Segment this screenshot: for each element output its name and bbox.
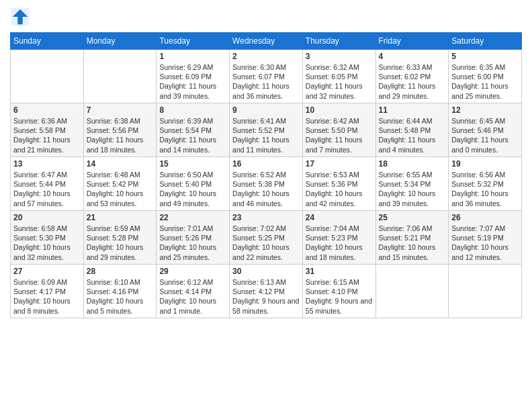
day-number: 10 (306, 105, 373, 115)
logo (10, 7, 33, 27)
day-number: 20 (13, 213, 81, 222)
day-cell: 27Sunrise: 6:09 AM Sunset: 4:17 PM Dayli… (11, 265, 84, 318)
day-cell: 7Sunrise: 6:38 AM Sunset: 5:56 PM Daylig… (83, 103, 157, 157)
day-number: 19 (451, 159, 519, 169)
week-row-2: 6Sunrise: 6:36 AM Sunset: 5:58 PM Daylig… (11, 103, 522, 157)
logo-icon (10, 7, 30, 27)
day-cell: 13Sunrise: 6:47 AM Sunset: 5:44 PM Dayli… (11, 157, 84, 211)
day-number: 2 (232, 52, 300, 61)
weekday-header-row: SundayMondayTuesdayWednesdayThursdayFrid… (11, 33, 522, 50)
day-cell (83, 50, 157, 103)
day-cell: 24Sunrise: 7:04 AM Sunset: 5:23 PM Dayli… (302, 211, 375, 265)
day-cell: 28Sunrise: 6:10 AM Sunset: 4:16 PM Dayli… (83, 265, 157, 318)
day-info: Sunrise: 6:59 AM Sunset: 5:28 PM Dayligh… (87, 224, 154, 262)
day-info: Sunrise: 6:38 AM Sunset: 5:56 PM Dayligh… (87, 116, 154, 154)
header (10, 7, 522, 27)
day-info: Sunrise: 6:41 AM Sunset: 5:52 PM Dayligh… (232, 116, 300, 154)
day-number: 5 (451, 52, 519, 61)
week-row-3: 13Sunrise: 6:47 AM Sunset: 5:44 PM Dayli… (11, 157, 522, 211)
day-number: 21 (87, 213, 154, 222)
day-info: Sunrise: 6:30 AM Sunset: 6:07 PM Dayligh… (232, 62, 300, 101)
day-number: 9 (232, 105, 300, 115)
day-cell: 30Sunrise: 6:13 AM Sunset: 4:12 PM Dayli… (230, 265, 303, 318)
day-cell (449, 265, 522, 318)
day-cell: 16Sunrise: 6:52 AM Sunset: 5:38 PM Dayli… (230, 157, 303, 211)
week-row-5: 27Sunrise: 6:09 AM Sunset: 4:17 PM Dayli… (11, 265, 522, 318)
day-cell: 29Sunrise: 6:12 AM Sunset: 4:14 PM Dayli… (157, 265, 230, 318)
day-number: 17 (306, 159, 373, 169)
day-number: 31 (306, 267, 373, 276)
day-cell: 18Sunrise: 6:55 AM Sunset: 5:34 PM Dayli… (375, 157, 449, 211)
day-number: 28 (87, 267, 154, 276)
day-info: Sunrise: 6:45 AM Sunset: 5:46 PM Dayligh… (451, 116, 519, 154)
day-cell: 20Sunrise: 6:58 AM Sunset: 5:30 PM Dayli… (11, 211, 84, 265)
day-number: 3 (306, 52, 373, 61)
day-cell: 22Sunrise: 7:01 AM Sunset: 5:26 PM Dayli… (157, 211, 230, 265)
day-cell: 14Sunrise: 6:48 AM Sunset: 5:42 PM Dayli… (83, 157, 157, 211)
day-info: Sunrise: 6:35 AM Sunset: 6:00 PM Dayligh… (451, 62, 519, 101)
day-cell: 31Sunrise: 6:15 AM Sunset: 4:10 PM Dayli… (302, 265, 375, 318)
day-cell: 17Sunrise: 6:53 AM Sunset: 5:36 PM Dayli… (302, 157, 375, 211)
weekday-header-monday: Monday (83, 33, 157, 50)
day-number: 11 (379, 105, 446, 115)
day-number: 24 (306, 213, 373, 222)
day-info: Sunrise: 7:07 AM Sunset: 5:19 PM Dayligh… (451, 224, 519, 262)
day-number: 6 (13, 105, 81, 115)
day-number: 16 (232, 159, 300, 169)
day-number: 23 (232, 213, 300, 222)
day-info: Sunrise: 6:10 AM Sunset: 4:16 PM Dayligh… (87, 277, 154, 316)
day-number: 4 (379, 52, 446, 61)
day-number: 15 (159, 159, 226, 169)
calendar-table: SundayMondayTuesdayWednesdayThursdayFrid… (10, 32, 522, 318)
weekday-header-friday: Friday (375, 33, 449, 50)
day-number: 26 (451, 213, 519, 222)
day-cell: 5Sunrise: 6:35 AM Sunset: 6:00 PM Daylig… (449, 50, 522, 103)
day-cell: 25Sunrise: 7:06 AM Sunset: 5:21 PM Dayli… (375, 211, 449, 265)
day-number: 14 (87, 159, 154, 169)
day-info: Sunrise: 7:02 AM Sunset: 5:25 PM Dayligh… (232, 224, 300, 262)
day-cell: 12Sunrise: 6:45 AM Sunset: 5:46 PM Dayli… (449, 103, 522, 157)
day-cell: 4Sunrise: 6:33 AM Sunset: 6:02 PM Daylig… (375, 50, 449, 103)
page: SundayMondayTuesdayWednesdayThursdayFrid… (0, 0, 532, 411)
day-info: Sunrise: 6:56 AM Sunset: 5:32 PM Dayligh… (451, 170, 519, 208)
day-info: Sunrise: 6:42 AM Sunset: 5:50 PM Dayligh… (306, 116, 373, 154)
day-info: Sunrise: 7:01 AM Sunset: 5:26 PM Dayligh… (159, 224, 226, 262)
day-cell: 15Sunrise: 6:50 AM Sunset: 5:40 PM Dayli… (157, 157, 230, 211)
day-cell: 21Sunrise: 6:59 AM Sunset: 5:28 PM Dayli… (83, 211, 157, 265)
day-info: Sunrise: 6:39 AM Sunset: 5:54 PM Dayligh… (159, 116, 226, 154)
day-info: Sunrise: 6:09 AM Sunset: 4:17 PM Dayligh… (13, 277, 81, 316)
day-cell: 26Sunrise: 7:07 AM Sunset: 5:19 PM Dayli… (449, 211, 522, 265)
day-info: Sunrise: 7:06 AM Sunset: 5:21 PM Dayligh… (379, 224, 446, 262)
day-info: Sunrise: 6:47 AM Sunset: 5:44 PM Dayligh… (13, 170, 81, 208)
day-info: Sunrise: 6:50 AM Sunset: 5:40 PM Dayligh… (159, 170, 226, 208)
day-cell: 1Sunrise: 6:29 AM Sunset: 6:09 PM Daylig… (157, 50, 230, 103)
day-number: 13 (13, 159, 81, 169)
day-number: 30 (232, 267, 300, 276)
day-number: 8 (159, 105, 226, 115)
day-cell: 23Sunrise: 7:02 AM Sunset: 5:25 PM Dayli… (230, 211, 303, 265)
weekday-header-saturday: Saturday (449, 33, 522, 50)
day-info: Sunrise: 6:36 AM Sunset: 5:58 PM Dayligh… (13, 116, 81, 154)
day-number: 25 (379, 213, 446, 222)
day-info: Sunrise: 6:12 AM Sunset: 4:14 PM Dayligh… (159, 277, 226, 316)
day-info: Sunrise: 6:55 AM Sunset: 5:34 PM Dayligh… (379, 170, 446, 208)
day-cell: 3Sunrise: 6:32 AM Sunset: 6:05 PM Daylig… (302, 50, 375, 103)
day-number: 12 (451, 105, 519, 115)
weekday-header-tuesday: Tuesday (157, 33, 230, 50)
day-cell: 19Sunrise: 6:56 AM Sunset: 5:32 PM Dayli… (449, 157, 522, 211)
day-number: 29 (159, 267, 226, 276)
weekday-header-sunday: Sunday (11, 33, 84, 50)
day-cell: 2Sunrise: 6:30 AM Sunset: 6:07 PM Daylig… (230, 50, 303, 103)
day-number: 7 (87, 105, 154, 115)
day-cell: 6Sunrise: 6:36 AM Sunset: 5:58 PM Daylig… (11, 103, 84, 157)
day-number: 1 (159, 52, 226, 61)
day-number: 18 (379, 159, 446, 169)
day-info: Sunrise: 6:32 AM Sunset: 6:05 PM Dayligh… (306, 62, 373, 101)
day-info: Sunrise: 6:53 AM Sunset: 5:36 PM Dayligh… (306, 170, 373, 208)
day-info: Sunrise: 6:44 AM Sunset: 5:48 PM Dayligh… (379, 116, 446, 154)
day-number: 22 (159, 213, 226, 222)
day-info: Sunrise: 6:29 AM Sunset: 6:09 PM Dayligh… (159, 62, 226, 101)
day-info: Sunrise: 6:52 AM Sunset: 5:38 PM Dayligh… (232, 170, 300, 208)
day-info: Sunrise: 6:15 AM Sunset: 4:10 PM Dayligh… (306, 277, 373, 316)
week-row-1: 1Sunrise: 6:29 AM Sunset: 6:09 PM Daylig… (11, 50, 522, 103)
